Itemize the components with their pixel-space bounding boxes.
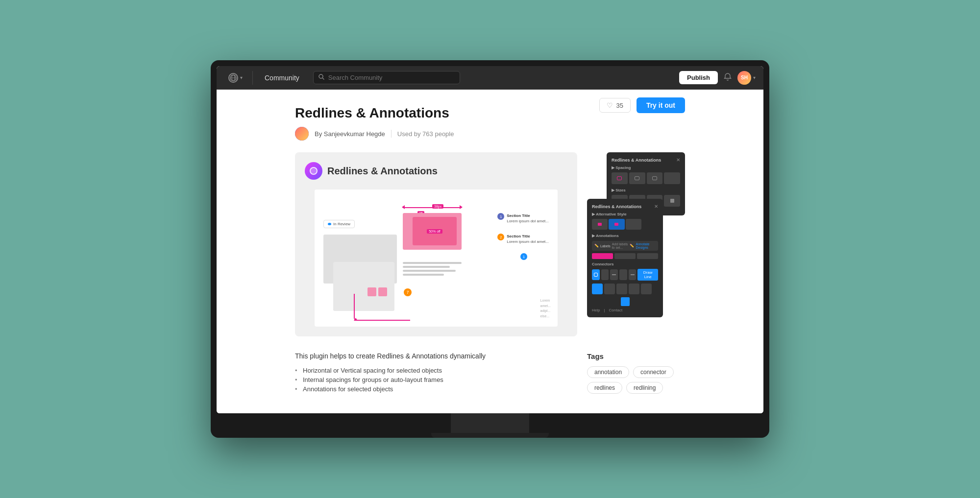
publish-button[interactable]: Publish	[679, 71, 718, 84]
back-panel-close-icon[interactable]: ✕	[676, 157, 680, 163]
labels-text: Labels	[600, 244, 611, 248]
alt-cell-3[interactable]	[626, 219, 641, 230]
section-num-1: 1	[497, 213, 504, 220]
plugin-illustration: Redlines & Annotations	[305, 162, 567, 180]
connectors-label: Connectors	[592, 262, 658, 266]
tag-redlining[interactable]: redlining	[626, 382, 663, 394]
connector-cell-blue[interactable]	[592, 269, 600, 280]
tag-redlines[interactable]: redlines	[587, 382, 622, 394]
draw-line-button[interactable]: Draw Line	[637, 269, 658, 281]
alt-cell-2[interactable]	[609, 219, 624, 230]
labels-group: ✏️ Labels Add labels to sel...	[594, 242, 630, 249]
mini-bar-1	[592, 253, 613, 259]
desc-item-2: Internal spacings for groups or auto-lay…	[295, 375, 567, 384]
search-bar	[313, 71, 460, 84]
pink-inner-label: 50% off	[427, 229, 442, 234]
arrow-right-icon	[460, 205, 463, 209]
annotate-designs-group: ✏️ Annotate Designs	[630, 242, 656, 249]
connector-cell-4[interactable]	[629, 269, 637, 280]
desc-item-1: Horizontal or Vertical spacing for selec…	[295, 366, 567, 375]
annotate-icon: ✏️	[630, 244, 634, 248]
monitor-stand	[451, 413, 529, 433]
connector-cell-1[interactable]	[601, 269, 609, 280]
tags-row-1: annotation connector	[587, 366, 685, 378]
pink-box-inner: 50% off	[413, 217, 457, 245]
labels-icon: ✏️	[594, 244, 599, 248]
spacing-grid	[612, 172, 680, 184]
conn-2-3[interactable]	[616, 284, 627, 294]
preview-panels: Redlines & Annotations ✕ ▶ Spacing	[587, 152, 685, 336]
spacing-cell-2[interactable]	[629, 172, 645, 184]
description-left: This plugin helps to create Redlines & A…	[295, 352, 567, 398]
navbar: ▾ Community Publish	[217, 66, 763, 90]
connector-center-btn	[592, 297, 658, 306]
gray-line-2	[403, 266, 450, 268]
annotations-label: ▶ Annotations	[592, 234, 658, 238]
footer-divider: |	[604, 308, 605, 312]
center-btn-icon[interactable]	[621, 297, 630, 306]
back-panel-title: Redlines & Annotations	[612, 158, 661, 163]
connector-cell-3[interactable]	[619, 269, 627, 280]
conn-2-4[interactable]	[629, 284, 639, 294]
monitor: ▾ Community Publish	[211, 60, 769, 438]
sizes-cell-4[interactable]	[664, 195, 680, 207]
help-link[interactable]: Help	[592, 308, 600, 312]
connector-cell-2[interactable]	[610, 269, 618, 280]
author-name: By Sanjeevkumar Hegde	[315, 130, 385, 138]
annotate-text: Annotate Designs	[636, 242, 656, 249]
search-input[interactable]	[328, 74, 455, 81]
section-text-2: Section Title Lorem ipsum dol amet...	[507, 234, 549, 244]
globe-nav[interactable]: ▾	[224, 71, 246, 85]
alt-style-grid	[592, 219, 658, 230]
description-list: Horizontal or Vertical spacing for selec…	[295, 366, 567, 394]
conn-2-1[interactable]	[592, 284, 603, 294]
spacing-cell-1[interactable]	[612, 172, 628, 184]
spacing-cell-3[interactable]	[647, 172, 663, 184]
arrow-left-icon	[402, 205, 405, 209]
anno-measurement-label: 38px	[432, 204, 443, 209]
bell-icon[interactable]	[724, 73, 732, 83]
plugin-meta: By Sanjeevkumar Hegde Used by 763 people	[295, 127, 454, 141]
tag-connector[interactable]: connector	[633, 366, 674, 378]
arrow-connector	[354, 294, 410, 321]
conn-2-2[interactable]	[604, 284, 615, 294]
section-text-1: Section Title Lorem ipsum dol amet...	[507, 213, 549, 224]
annotations-row: ✏️ Labels Add labels to sel... ✏️ Annota…	[592, 241, 658, 251]
section-title-1: 1 Section Title Lorem ipsum dol amet...	[497, 213, 549, 224]
like-button[interactable]: ♡ 35	[599, 98, 630, 113]
sizes-section-label: ▶ Sizes	[612, 188, 680, 192]
plugin-logo-inner	[310, 167, 318, 175]
alt-cell-1[interactable]	[592, 219, 608, 230]
lorem-text: Loremamet...adipl...else...	[540, 298, 551, 319]
plugin-preview-name: Redlines & Annotations	[327, 166, 438, 177]
description-intro: This plugin helps to create Redlines & A…	[295, 352, 567, 360]
svg-line-4	[322, 78, 324, 80]
tag-annotation[interactable]: annotation	[587, 366, 629, 378]
avatar: SH	[737, 71, 751, 85]
heart-icon: ♡	[607, 101, 613, 109]
desc-item-3: Annotations for selected objects	[295, 384, 567, 394]
back-panel-header: Redlines & Annotations ✕	[612, 157, 680, 163]
monitor-screen: ▾ Community Publish	[217, 66, 763, 413]
spacing-cell-4[interactable]	[664, 172, 680, 184]
globe-icon	[228, 73, 238, 83]
svg-point-3	[319, 74, 323, 78]
try-it-out-button[interactable]: Try it out	[637, 97, 685, 113]
user-menu[interactable]: SH ▾	[737, 71, 756, 85]
contact-link[interactable]: Contact	[609, 308, 623, 312]
conn-2-5[interactable]	[641, 284, 652, 294]
mini-bars	[592, 253, 658, 259]
section-title-2: 2 Section Title Lorem ipsum dol amet...	[497, 234, 549, 244]
meta-divider	[391, 130, 392, 138]
section-num-2: 2	[497, 234, 504, 240]
monitor-base	[431, 433, 549, 438]
front-panel-close-icon[interactable]: ✕	[654, 204, 658, 209]
eye-dot	[328, 223, 331, 225]
in-review-text: In Review	[333, 222, 350, 226]
community-nav-item[interactable]: Community	[259, 72, 305, 84]
num-badge-blue: 1	[520, 253, 527, 260]
tags-section: Tags annotation connector redlines redli…	[587, 352, 685, 398]
avatar-chevron-icon: ▾	[753, 75, 756, 80]
front-panel-title: Redlines & Annotations	[592, 204, 641, 209]
nav-right: Publish SH ▾	[679, 71, 756, 85]
